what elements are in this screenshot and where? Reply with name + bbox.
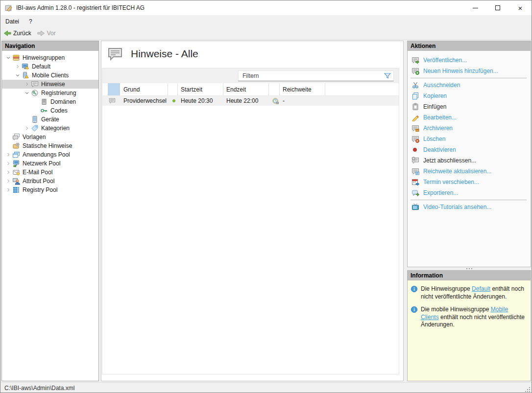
sidebar-item-kategorien[interactable]: Kategorien [2, 124, 98, 133]
chevron-right-icon[interactable] [4, 152, 12, 157]
app-pool-icon [12, 151, 20, 159]
close-button[interactable]: × [509, 0, 532, 15]
info-message: Die Hinweisgruppe Default enthält noch n… [411, 285, 528, 301]
action-label: Einfügen [423, 103, 446, 110]
sidebar-item-registrierung[interactable]: Registrierung [2, 89, 98, 97]
action-video-tutorials[interactable]: Video-Tutorials ansehen... [408, 202, 531, 212]
back-button[interactable]: Zurück [0, 27, 34, 39]
hint-icon [107, 46, 123, 62]
chevron-down-icon[interactable] [23, 91, 31, 95]
sidebar-item-hinweise[interactable]: Hinweise [2, 80, 98, 89]
sidebar-item-hinweisgruppen[interactable]: Hinweisgruppen [2, 53, 98, 62]
chevron-right-icon[interactable] [4, 170, 12, 175]
action-ausschneiden[interactable]: Ausschneiden [408, 80, 531, 91]
row-grund: Providerwechsel [121, 96, 168, 106]
sidebar-item-label: Hinweise [41, 81, 65, 88]
column-header-reichweite[interactable]: Reichweite [280, 83, 325, 95]
chevron-right-icon[interactable] [4, 179, 12, 184]
resize-grip-icon[interactable] [524, 386, 530, 392]
chevron-right-icon[interactable] [23, 126, 31, 131]
sidebar-item-netzwerk-pool[interactable]: Netzwerk Pool [2, 159, 98, 168]
column-header-grund[interactable]: Grund [121, 83, 168, 95]
column-header-startzeit[interactable]: Startzeit [178, 83, 223, 95]
minimize-button[interactable] [464, 0, 486, 15]
attribute-pool-icon [12, 177, 20, 185]
info-message-text: Die mobile Hinweisgruppe Mobile Clients … [421, 306, 527, 329]
paste-icon [411, 103, 419, 111]
chevron-right-icon[interactable] [4, 161, 12, 166]
hint-icon [109, 97, 116, 104]
status-active-icon [171, 98, 177, 104]
edit-icon [411, 114, 419, 121]
calendar-icon: 17 [411, 178, 419, 186]
sidebar-item-registry-pool[interactable]: Registry Pool [2, 185, 98, 194]
action-termin-verschieben[interactable]: 17Termin verschieben... [408, 177, 531, 187]
action-exportieren[interactable]: Exportieren... [408, 187, 531, 198]
chevron-down-icon[interactable] [4, 55, 12, 60]
archive-icon [411, 124, 419, 132]
sidebar-item-geraete[interactable]: Geräte [2, 115, 98, 124]
app-icon [4, 4, 13, 12]
tv-icon [411, 203, 419, 211]
action-label: Deaktivieren [423, 146, 456, 153]
action-reichweite-aktualisieren[interactable]: Reichweite aktualisieren... [408, 166, 531, 177]
column-header-empty[interactable] [168, 83, 178, 95]
column-header-empty[interactable] [108, 83, 121, 95]
action-kopieren[interactable]: Kopieren [408, 91, 531, 101]
action-deaktivieren[interactable]: Deaktivieren [408, 144, 531, 155]
copy-icon [411, 92, 419, 100]
action-neuen-hinweis-hinzufuegen[interactable]: Neuen Hinweis hinzufügen... [408, 66, 531, 76]
chevron-right-icon [6, 152, 11, 157]
column-header-empty[interactable] [269, 83, 280, 95]
action-einfuegen[interactable]: Einfügen [408, 101, 531, 112]
action-label: Reichweite aktualisieren... [423, 168, 491, 175]
sidebar-item-statische-hinweise[interactable]: Statische Hinweise [2, 141, 98, 150]
sidebar-item-domaenen[interactable]: Domänen [2, 97, 98, 106]
sidebar-item-label: Mobile Clients [32, 72, 69, 79]
chevron-right-icon[interactable] [13, 64, 22, 69]
column-header-endzeit[interactable]: Endzeit [223, 83, 269, 95]
sidebar-item-vorlagen[interactable]: Vorlagen [2, 133, 98, 141]
sidebar-item-email-pool[interactable]: E-Mail Pool [2, 168, 98, 177]
sidebar-item-label: Default [32, 63, 50, 70]
maximize-button[interactable] [486, 0, 509, 15]
sidebar-item-anwendungs-pool[interactable]: Anwendungs Pool [2, 150, 98, 159]
action-loeschen[interactable]: Löschen [408, 134, 531, 144]
forward-button[interactable]: Vor [34, 27, 59, 39]
maximize-icon [495, 5, 500, 10]
sidebar-item-default[interactable]: Default [2, 62, 98, 71]
information-panel: Information Die Hinweisgruppe Default en… [407, 270, 531, 381]
action-label: Neuen Hinweis hinzufügen... [423, 68, 498, 74]
actions-list: Veröffentlichen...Neuen Hinweis hinzufüg… [408, 51, 531, 267]
app-icon [4, 4, 13, 12]
chevron-right-icon[interactable] [23, 82, 31, 87]
menu-help[interactable]: ? [24, 15, 37, 27]
finish-icon [411, 157, 419, 164]
sidebar-item-label: Statische Hinweise [23, 142, 72, 149]
actions-separator [411, 200, 527, 200]
action-label: Video-Tutorials ansehen... [423, 204, 491, 210]
table-row[interactable]: ProviderwechselHeute 20:30Heute 22:00- [102, 96, 399, 106]
info-icon [411, 306, 418, 313]
info-link-default[interactable]: Default [472, 285, 490, 292]
filter-funnel-icon[interactable] [384, 72, 391, 80]
action-archivieren[interactable]: Archivieren [408, 123, 531, 134]
forward-arrow-icon [37, 29, 45, 37]
hint-list: GrundStartzeitEndzeitReichweite Provider… [102, 68, 399, 374]
actions-separator [411, 78, 527, 78]
sidebar-item-codes[interactable]: Codes [2, 106, 98, 115]
sidebar-item-label: Vorlagen [23, 134, 46, 140]
menu-datei[interactable]: Datei [0, 15, 24, 27]
sidebar-item-attribut-pool[interactable]: Attribut Pool [2, 177, 98, 185]
registration-icon [31, 89, 39, 97]
action-jetzt-abschliessen[interactable]: Jetzt abschliessen... [408, 155, 531, 166]
action-bearbeiten[interactable]: Bearbeiten... [408, 112, 531, 123]
filter-input[interactable] [238, 70, 394, 81]
cut-icon [411, 81, 419, 89]
menu-bar: Datei ? [0, 15, 532, 27]
action-veroeffentlichen[interactable]: Veröffentlichen... [408, 55, 531, 66]
chevron-down-icon[interactable] [13, 73, 22, 78]
hint-icon [31, 80, 39, 88]
sidebar-item-mobile-clients[interactable]: Mobile Clients [2, 71, 98, 80]
chevron-right-icon[interactable] [4, 187, 12, 192]
